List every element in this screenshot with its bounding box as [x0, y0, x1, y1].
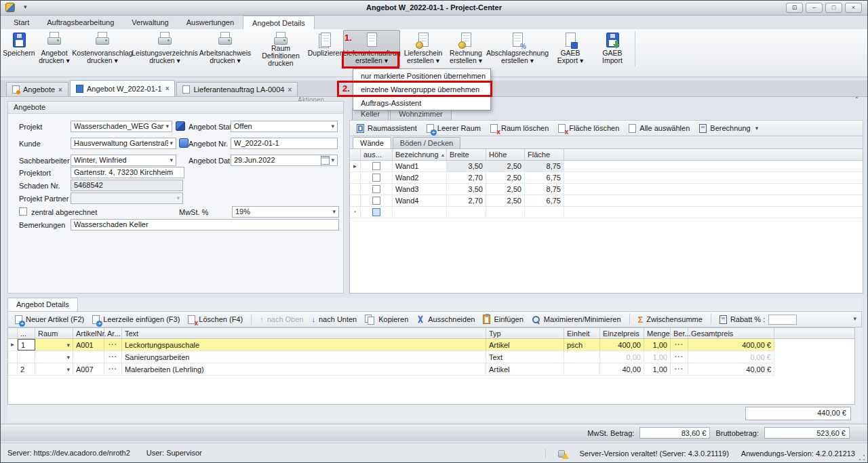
close-icon[interactable]: ×: [165, 85, 170, 92]
cell-hoehe[interactable]: 2,50: [486, 195, 525, 206]
cell-einheit[interactable]: [564, 363, 600, 375]
cell-flaeche[interactable]: 6,75: [525, 172, 564, 183]
ribbon-tab-verwaltung[interactable]: Verwaltung: [123, 16, 177, 29]
chevron-down-icon[interactable]: ▾: [755, 125, 759, 132]
print-room-definitions-button[interactable]: Raum Definitionen drucken: [254, 30, 308, 68]
discount-input[interactable]: [768, 315, 797, 325]
mwst-combo[interactable]: 19% ▾: [232, 206, 339, 218]
col-artikelnr[interactable]: ArtikelNr.: [73, 328, 104, 338]
cell-breite[interactable]: [447, 207, 486, 218]
col-pos[interactable]: ...: [18, 328, 35, 338]
cell-breite[interactable]: 3,50: [447, 161, 486, 172]
cell-menge[interactable]: 1,00: [644, 351, 671, 363]
chevron-down-icon[interactable]: ▾: [332, 207, 336, 217]
projekt-partner-combo[interactable]: ▾: [71, 193, 183, 204]
menu-item-auftrags-assistent[interactable]: Auftrags-Assistent: [353, 96, 490, 110]
copy-button[interactable]: Kopieren: [365, 315, 408, 325]
cell-flaeche[interactable]: 8,75: [525, 161, 564, 172]
col-raum[interactable]: Raum: [35, 328, 73, 338]
calculation-button[interactable]: Berechnung ▾: [699, 124, 758, 133]
cell-bezeichnung[interactable]: Wand4: [393, 195, 447, 206]
chevron-down-icon[interactable]: ▾: [331, 155, 334, 165]
angebot-datum-input[interactable]: 29.Jun.2022 ▾: [231, 155, 338, 166]
cell-menge[interactable]: 1,00: [644, 363, 671, 375]
position-row[interactable]: 2 ▾ A007 ··· Malerarbeiten (Lehrling) Ar…: [8, 363, 774, 376]
cell-flaeche[interactable]: 6,75: [525, 195, 564, 206]
tab-waende[interactable]: Wände: [353, 137, 391, 148]
cell-breite[interactable]: 2,70: [447, 195, 486, 206]
net-total-field[interactable]: 440,00 €: [745, 407, 851, 420]
cell-bezeichnung[interactable]: Wand2: [393, 172, 447, 183]
move-up-button[interactable]: ↑ nach Oben: [260, 315, 303, 323]
cell-bezeichnung[interactable]: Wand1: [393, 161, 447, 172]
delete-area-button[interactable]: Fläche löschen: [558, 124, 619, 133]
create-partial-invoice-button[interactable]: Abschlagsrechnung erstellen ▾: [486, 30, 549, 68]
cell-gesamtpreis[interactable]: 400,00 €: [688, 339, 774, 350]
wall-row[interactable]: Wand3 3,50 2,50 8,75: [350, 184, 863, 195]
paste-button[interactable]: Einfügen: [483, 315, 523, 324]
cut-button[interactable]: Ausschneiden: [416, 315, 475, 324]
col-menge[interactable]: Menge: [644, 328, 671, 338]
cell-einzelpreis[interactable]: 400,00: [600, 339, 644, 350]
cell-einzelpreis[interactable]: 40,00: [600, 363, 644, 375]
article-browse-button[interactable]: ···: [104, 351, 122, 363]
cell-gesamtpreis[interactable]: 0,00 €: [688, 351, 774, 363]
cell-typ[interactable]: Artikel: [486, 363, 564, 375]
cell-bezeichnung[interactable]: Wand3: [393, 184, 447, 195]
cell-typ[interactable]: Artikel: [486, 339, 564, 350]
cell-einzelpreis[interactable]: 0,00: [600, 351, 644, 363]
cell-breite[interactable]: 3,50: [447, 184, 486, 195]
cell-pos[interactable]: 2: [18, 363, 35, 375]
col-aus[interactable]: aus...: [361, 149, 393, 160]
col-breite[interactable]: Breite: [447, 149, 486, 160]
cell-flaeche[interactable]: 8,75: [525, 184, 564, 195]
col-einzelpreis[interactable]: Einzelpreis: [600, 328, 644, 338]
restore-icon[interactable]: ⊡: [786, 3, 803, 13]
col-gesamtpreis[interactable]: Gesamtpreis: [688, 328, 774, 338]
cell-hoehe[interactable]: 2,50: [486, 172, 525, 183]
maximize-icon[interactable]: □: [825, 3, 842, 13]
angebot-nr-input[interactable]: W_2022-01-1: [231, 138, 338, 149]
row-checkbox-cell[interactable]: [361, 184, 393, 195]
schaden-nr-input[interactable]: 5468542: [71, 180, 183, 191]
row-checkbox-cell[interactable]: [361, 161, 393, 172]
cell-text[interactable]: Malerarbeiten (Lehrling): [122, 363, 486, 375]
cell-artikelnr[interactable]: [73, 351, 104, 363]
mwst-betrag-field[interactable]: 83,60 €: [639, 427, 710, 439]
cell-einheit[interactable]: psch: [564, 339, 600, 350]
close-icon[interactable]: ×: [58, 86, 62, 94]
col-einheit[interactable]: Einheit: [564, 328, 600, 338]
col-ar[interactable]: Ar...: [104, 328, 122, 338]
bruttobetrag-field[interactable]: 523,60 €: [764, 427, 850, 439]
projektort-input[interactable]: Gartenstr. 4, 73230 Kirchheim: [71, 167, 184, 178]
bemerkungen-input[interactable]: Wasserschaden Keller: [71, 219, 339, 230]
select-all-button[interactable]: Alle auswählen: [629, 124, 690, 133]
chevron-down-icon[interactable]: ▾: [170, 138, 173, 148]
kunde-combo[interactable]: Hausverwaltung Gartenstraße ▾: [71, 138, 176, 149]
cell-artikelnr[interactable]: A001: [73, 339, 104, 350]
cell-text[interactable]: Sanierungsarbeiten: [122, 351, 486, 363]
wall-row[interactable]: ► Wand1 3,50 2,50 8,75: [350, 161, 863, 172]
row-checkbox-cell[interactable]: [361, 207, 393, 218]
ribbon-tab-angebot-details[interactable]: Angebot Details: [243, 16, 315, 29]
delete-room-button[interactable]: Raum löschen: [490, 124, 549, 133]
projekt-combo[interactable]: Wasserschaden_WEG Garte... ▾: [71, 121, 172, 132]
chevron-down-icon[interactable]: ▾: [66, 366, 70, 373]
create-delivery-note-button[interactable]: Lieferschein erstellen ▾: [401, 30, 446, 68]
cell-einheit[interactable]: [564, 351, 600, 363]
row-checkbox-cell[interactable]: [361, 195, 393, 206]
position-row[interactable]: ▾ ··· Sanierungsarbeiten Text 0,00 1,00 …: [8, 351, 774, 363]
empty-room-button[interactable]: Leerer Raum: [427, 124, 481, 133]
cell-flaeche[interactable]: [525, 207, 564, 218]
new-wall-row[interactable]: *: [350, 207, 863, 218]
zentral-abgerechnet-checkbox[interactable]: [19, 207, 27, 216]
close-icon[interactable]: ×: [845, 3, 862, 13]
col-flaeche[interactable]: Fläche: [525, 149, 564, 160]
insert-blank-line-button[interactable]: Leerzeile einfügen (F3): [92, 315, 180, 324]
chevron-down-icon[interactable]: ▾: [66, 342, 70, 348]
customer-card-icon[interactable]: [179, 138, 189, 148]
subtotal-button[interactable]: Σ Zwischensumme: [638, 315, 703, 325]
angebot-status-combo[interactable]: Offen ▾: [231, 121, 338, 132]
cell-pos[interactable]: 1: [18, 339, 35, 350]
ribbon-tab-auftragsbearbeitung[interactable]: Auftragsbearbeitung: [38, 16, 123, 29]
